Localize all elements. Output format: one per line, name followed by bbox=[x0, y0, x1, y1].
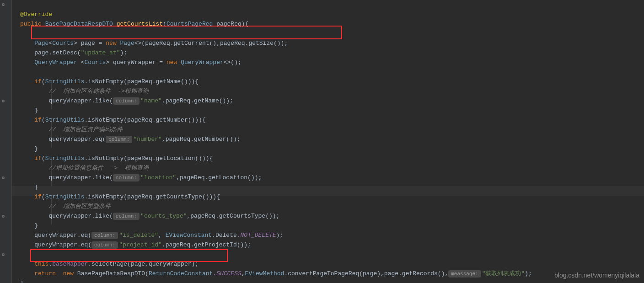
like-name-args: ,pageReq.getName()); bbox=[162, 97, 233, 104]
str-name: "name" bbox=[140, 97, 162, 104]
param-name: pageReq bbox=[216, 21, 242, 27]
like-ctype-args: ,pageReq.getCourtsType()); bbox=[187, 213, 280, 219]
type-courts: Courts bbox=[52, 40, 74, 47]
comment-courtstype: // 增加台区类型条件 bbox=[48, 203, 110, 210]
watermark-text: blog.csdn.net/womenyiqilalala bbox=[554, 271, 639, 280]
kw-if: if bbox=[34, 78, 42, 85]
kw-public: public bbox=[20, 21, 42, 27]
type-page: Page bbox=[34, 40, 48, 47]
param-hint-column: column: bbox=[113, 97, 140, 105]
cond-number: (pageReq.getNumber())){ bbox=[123, 117, 205, 123]
cond-location: (pageReq.getLocation())){ bbox=[123, 155, 213, 162]
comment-number: // 增加台区资产编码条件 bbox=[48, 126, 122, 133]
str-success-msg: "获取列表成功" bbox=[482, 270, 525, 277]
str-projectid: "project_id" bbox=[119, 241, 162, 248]
param-hint-column: column: bbox=[91, 232, 118, 239]
comment-name: // 增加台区名称条件 ->模糊查询 bbox=[48, 88, 148, 95]
var-qw: queryWrapper bbox=[113, 59, 156, 66]
setdesc-call: page.setDesc( bbox=[34, 49, 80, 56]
type-returncode: ReturnCodeConstant bbox=[149, 270, 213, 277]
str-update-at: "update_at" bbox=[81, 49, 120, 56]
param-hint-meassage: meassage: bbox=[448, 270, 481, 278]
const-notdelete: .NOT_DELETE bbox=[237, 232, 276, 239]
editor-gutter bbox=[0, 0, 12, 283]
convert-call: .convertPageToPageReq(page),page.getReco… bbox=[284, 270, 448, 277]
qw-ctor: <>(); bbox=[224, 59, 242, 66]
cond-courtstype: (pageReq.getCourtsType())){ bbox=[123, 193, 220, 200]
selectpage-call: .selectPage(page,queryWrapper); bbox=[88, 261, 199, 267]
type-eviewconstant: EViewConstant bbox=[166, 232, 212, 239]
page-ctor: <>(pageReq.getCurrent(),pageReq.getSize(… bbox=[134, 40, 288, 47]
param-hint-column: column: bbox=[106, 136, 132, 143]
var-page: page bbox=[81, 40, 95, 47]
type-stringutils: StringUtils bbox=[45, 78, 85, 85]
type-querywrapper: QueryWrapper bbox=[34, 59, 77, 66]
str-location: "location" bbox=[140, 174, 176, 181]
brace-open: { bbox=[245, 21, 249, 27]
field-basemapper: baseMapper bbox=[52, 261, 88, 267]
kw-return: return bbox=[34, 270, 56, 277]
eq-number-args: ,pageReq.getNumber()); bbox=[162, 136, 241, 143]
param-hint-column: column: bbox=[113, 174, 140, 182]
type-resp: BasePageDataRespDTO bbox=[45, 21, 113, 27]
like-location-args: ,pageReq.getLocation()); bbox=[176, 174, 262, 181]
const-success: .SUCCESS bbox=[213, 270, 241, 277]
kw-new: new bbox=[106, 40, 116, 47]
type-eviewmethod: EViewMethod bbox=[245, 270, 284, 277]
brace-close: } bbox=[34, 107, 38, 114]
str-isdelete: "is_delete" bbox=[119, 232, 158, 239]
kw-this: this bbox=[34, 261, 48, 267]
comment-location: //增加位置信息条件 -> 模糊查询 bbox=[48, 165, 148, 171]
param-hint-column: column: bbox=[91, 241, 118, 249]
param-hint-column: column: bbox=[113, 213, 140, 220]
str-number: "number" bbox=[133, 136, 161, 143]
str-courtstype: "courts_type" bbox=[140, 213, 187, 219]
code-editor[interactable]: @Override public BasePageDataRespDTO get… bbox=[12, 0, 532, 283]
method-close-brace: } bbox=[20, 280, 24, 283]
method-name: getCourtsList bbox=[117, 21, 163, 27]
cond-name: (pageReq.getName())){ bbox=[123, 78, 199, 85]
annotation: @Override bbox=[20, 11, 52, 18]
param-type: CourtsPageReq bbox=[166, 21, 213, 27]
eq-projectid-args: ,pageReq.getProjectId()); bbox=[162, 241, 251, 248]
